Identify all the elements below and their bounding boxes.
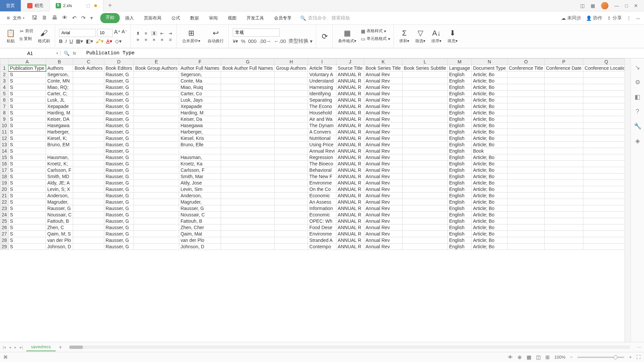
cell-F2[interactable]: Segerson, [179,71,221,78]
cell-I3[interactable]: Understand [308,78,336,84]
cell-I7[interactable]: The Econo [308,103,336,110]
formula-input[interactable] [79,50,641,56]
cell-J15[interactable]: ANNUAL R [336,154,364,161]
cell-I29[interactable]: Contempo [308,244,336,250]
cell-M14[interactable]: English [447,148,471,154]
copy-button[interactable]: ⎘复制 [20,36,33,42]
cell-H28[interactable] [275,237,308,244]
cell-L1[interactable]: Book Series Subtitle [402,65,447,71]
col-header-E[interactable]: E [134,59,179,65]
cell-O22[interactable] [507,199,545,205]
cell-L3[interactable] [402,78,447,84]
cell-N20[interactable]: Article; Bo [472,186,507,193]
terminal-icon[interactable]: ⌘ [3,355,8,360]
sheet-tab-active[interactable]: savedrecs [26,343,55,351]
cell-B13[interactable]: Bruno, EM [46,142,73,148]
cell-O4[interactable] [507,84,545,91]
cell-H9[interactable] [275,116,308,122]
cell-L20[interactable] [402,186,447,193]
col-header-C[interactable]: C [73,59,104,65]
cell-J19[interactable]: ANNUAL R [336,180,364,186]
minimize-button[interactable]: ― [614,3,619,8]
cell-Q10[interactable] [583,122,625,129]
zoom-fx-icon[interactable]: 🔍 [64,51,69,56]
cell-P9[interactable] [544,116,583,122]
cell-L13[interactable] [402,142,447,148]
cell-G25[interactable] [221,218,275,224]
cell-P25[interactable] [544,218,583,224]
cell-F18[interactable]: Smith, Mar [179,173,221,180]
cell-Q22[interactable] [583,199,625,205]
cell-O6[interactable] [507,97,545,103]
cell-O18[interactable] [507,173,545,180]
cell-G8[interactable] [221,110,275,116]
cell-G2[interactable] [221,71,275,78]
cell-E27[interactable] [134,231,179,237]
cell-M26[interactable]: English [447,224,471,231]
cell-K21[interactable]: Annual Rev [364,193,402,199]
cell-D4[interactable]: Rausser, G [104,84,133,91]
cell-B7[interactable]: Xepapade [46,103,73,110]
cell-format-button[interactable]: ▭单元格格式▾ [361,36,390,42]
cell-N21[interactable]: Article; Bo [472,193,507,199]
menu-数据[interactable]: 数据 [185,13,204,23]
row-header-27[interactable]: 27 [0,231,9,237]
cell-H15[interactable] [275,154,308,161]
cell-D23[interactable]: Rausser, G [104,205,133,212]
cell-C8[interactable] [73,110,104,116]
cell-M6[interactable]: English [447,97,471,103]
cell-F19[interactable]: Aldy, Jose [179,180,221,186]
cell-I10[interactable]: The Dynam [308,122,336,129]
cell-E10[interactable] [134,122,179,129]
cell-M25[interactable]: English [447,218,471,224]
bold-icon[interactable]: B [59,38,63,44]
menu-会员专享[interactable]: 会员专享 [269,13,296,23]
cell-H20[interactable] [275,186,308,193]
underline-icon[interactable]: U [69,38,73,44]
cell-J28[interactable]: ANNUAL R [336,237,364,244]
paste-button[interactable]: 📋粘贴 [5,28,16,45]
cell-K13[interactable]: Annual Rev [364,142,402,148]
cell-I21[interactable]: Economic [308,193,336,199]
layout-icon[interactable]: ◫ [580,3,585,8]
cell-C16[interactable] [73,161,104,167]
cell-N22[interactable]: Article; Bo [472,199,507,205]
cell-G16[interactable] [221,161,275,167]
cell-C20[interactable] [73,186,104,193]
cell-D15[interactable]: Rausser, G [104,154,133,161]
cell-A9[interactable]: S [8,116,46,122]
cell-M5[interactable]: English [447,91,471,97]
cell-K22[interactable]: Annual Rev [364,199,402,205]
cell-J1[interactable]: Source Title [336,65,364,71]
cell-K9[interactable]: Annual Rev [364,116,402,122]
cell-L29[interactable] [402,244,447,250]
cell-L19[interactable] [402,180,447,186]
cell-I18[interactable]: The New F [308,173,336,180]
cell-B9[interactable]: Keiser, DA [46,116,73,122]
command-search[interactable]: 🔍 查找命令、搜索模板 [300,15,350,21]
cell-A26[interactable]: S [8,224,46,231]
cell-A23[interactable]: S [8,205,46,212]
cell-G17[interactable] [221,167,275,173]
cell-L14[interactable] [402,148,447,154]
cell-P24[interactable] [544,212,583,218]
cell-Q15[interactable] [583,154,625,161]
cell-A1[interactable]: Publication Type [8,65,46,71]
cell-N13[interactable]: Article; Bo [472,142,507,148]
cell-O26[interactable] [507,224,545,231]
close-button[interactable]: ✕ [634,3,638,8]
cell-D9[interactable]: Rausser, G [104,116,133,122]
col-header-I[interactable]: I [308,59,336,65]
cell-O3[interactable] [507,78,545,84]
cell-A7[interactable]: S [8,103,46,110]
cell-E29[interactable] [134,244,179,250]
view-page-icon[interactable]: ◫ [536,354,541,360]
cell-Q26[interactable] [583,224,625,231]
cell-H22[interactable] [275,199,308,205]
cell-F29[interactable]: Johnson, D [179,244,221,250]
cell-E3[interactable] [134,78,179,84]
cell-H16[interactable] [275,161,308,167]
cell-N3[interactable]: Article; Bo [472,78,507,84]
cell-A2[interactable]: S [8,71,46,78]
cell-O8[interactable] [507,110,545,116]
